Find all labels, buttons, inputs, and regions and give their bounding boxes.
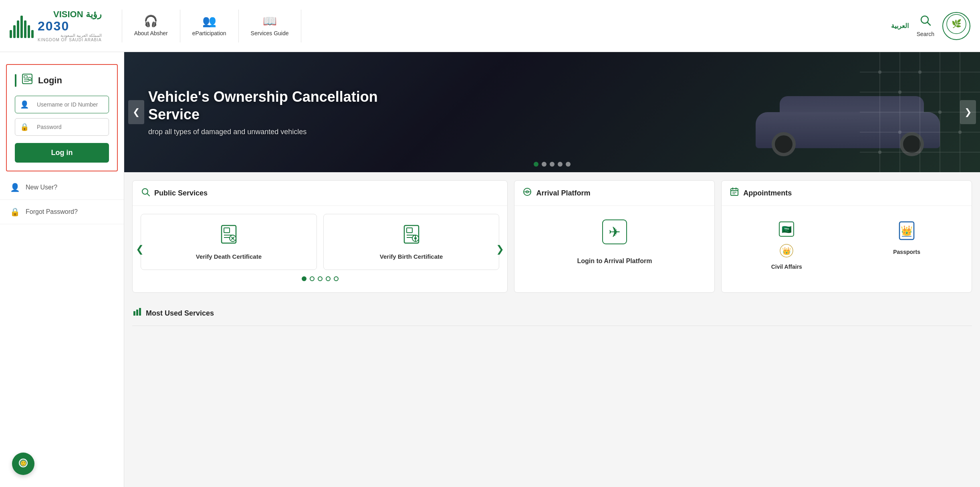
svg-text:🌿: 🌿	[952, 19, 962, 28]
public-services-title: Public Services	[154, 189, 208, 197]
public-services-header: Public Services	[133, 181, 507, 206]
appointments-body: 🇸🇦 👑 Civil Affairs	[722, 206, 972, 284]
svg-point-22	[918, 70, 922, 74]
nav-eparticipation-label: eParticipation	[192, 30, 226, 36]
most-used-section: Most Used Services	[124, 301, 980, 340]
sidebar: Login 👤 🔒 Log in 👤 New User? 🔒 Forgot Pa…	[0, 52, 124, 487]
services-dots	[141, 270, 499, 284]
nav-about-label: About Absher	[134, 30, 168, 36]
hero-prev-button[interactable]: ❮	[128, 100, 144, 124]
search-button[interactable]: Search	[917, 14, 934, 37]
most-used-title: Most Used Services	[146, 309, 214, 318]
chat-bubble[interactable]: 🙂	[12, 453, 34, 475]
hero-dot-3[interactable]	[550, 162, 555, 167]
civil-affairs-label: Civil Affairs	[771, 264, 802, 270]
service-verify-death[interactable]: Verify Death Certificate	[141, 214, 317, 270]
public-services-card: Public Services ❮	[132, 180, 508, 293]
service-dot-1[interactable]	[302, 276, 307, 281]
login-icon	[21, 73, 33, 88]
appointments-title: Appointments	[743, 189, 792, 197]
main-layout: Login 👤 🔒 Log in 👤 New User? 🔒 Forgot Pa…	[0, 52, 980, 487]
new-user-link[interactable]: 👤 New User?	[0, 175, 124, 200]
service-dot-3[interactable]	[318, 276, 323, 281]
service-verify-birth[interactable]: Verify Birth Certificate	[323, 214, 500, 270]
svg-text:👑: 👑	[901, 225, 913, 236]
nav-services-guide-label: Services Guide	[251, 30, 289, 36]
login-box: Login 👤 🔒 Log in	[6, 64, 118, 171]
search-label: Search	[917, 31, 934, 37]
login-accent-bar	[15, 74, 16, 87]
password-input[interactable]	[34, 119, 109, 135]
header: رؤية VISION 2030 المملكة العربية السعودي…	[0, 0, 980, 52]
passport-icon: 👑	[896, 220, 917, 244]
public-services-body: ❮	[133, 206, 507, 292]
svg-point-21	[898, 91, 901, 94]
appointments-icon	[730, 187, 739, 199]
nav-about[interactable]: 🎧 About Absher	[122, 10, 180, 42]
svg-point-41	[414, 237, 417, 239]
plane-icon: ✈	[601, 218, 629, 251]
new-user-label: New User?	[26, 184, 57, 191]
logo-bars	[10, 14, 34, 38]
header-right: العربية Search 🌿	[891, 12, 970, 40]
hero-banner: Vehicle's Ownership Cancellation Service…	[124, 52, 980, 172]
vision-sub: المملكة العربية السعودية	[38, 33, 102, 38]
arrival-title: Arrival Platform	[536, 189, 590, 197]
svg-line-1	[927, 22, 930, 26]
birth-cert-icon	[401, 224, 422, 248]
hero-next-button[interactable]: ❯	[960, 100, 976, 124]
services-prev-button[interactable]: ❮	[134, 244, 145, 255]
emblem: 🌿	[942, 12, 970, 40]
service-dot-4[interactable]	[326, 276, 331, 281]
svg-text:👑: 👑	[782, 247, 791, 256]
public-services-icon	[141, 187, 150, 199]
username-input[interactable]	[34, 97, 109, 113]
svg-point-25	[898, 131, 901, 134]
svg-text:✈: ✈	[609, 224, 621, 240]
svg-rect-63	[139, 308, 141, 316]
username-input-group[interactable]: 👤	[15, 96, 109, 113]
hero-dot-1[interactable]	[534, 162, 538, 167]
death-cert-label: Verify Death Certificate	[196, 253, 262, 260]
hero-dot-5[interactable]	[566, 162, 571, 167]
header-nav: 🎧 About Absher 👥 eParticipation 📖 Servic…	[114, 10, 891, 42]
forgot-password-icon: 🔒	[10, 207, 20, 217]
new-user-icon: 👤	[10, 183, 20, 192]
svg-text:🇸🇦: 🇸🇦	[782, 225, 792, 234]
nav-eparticipation[interactable]: 👥 eParticipation	[180, 10, 239, 42]
arabic-link[interactable]: العربية	[891, 22, 909, 30]
login-header: Login	[15, 73, 109, 88]
forgot-password-label: Forgot Password?	[26, 208, 78, 215]
arrival-login-label[interactable]: Login to Arrival Platform	[577, 258, 652, 265]
hero-dot-2[interactable]	[542, 162, 546, 167]
arrival-platform-card: Arrival Platform ✈ Login to Arrival Plat…	[514, 180, 715, 293]
book-icon: 📖	[263, 16, 277, 27]
arrival-body: ✈ Login to Arrival Platform	[514, 206, 714, 277]
forgot-password-link[interactable]: 🔒 Forgot Password?	[0, 200, 124, 224]
arrival-icon	[522, 187, 532, 199]
most-used-header: Most Used Services	[132, 301, 972, 326]
user-icon: 👤	[15, 96, 34, 113]
birth-cert-label: Verify Birth Certificate	[380, 253, 443, 260]
hero-title: Vehicle's Ownership Cancellation Service	[148, 88, 429, 123]
passports-label: Passports	[893, 249, 920, 255]
password-input-group[interactable]: 🔒	[15, 118, 109, 136]
headset-icon: 🎧	[144, 16, 158, 27]
logo: رؤية VISION 2030 المملكة العربية السعودي…	[10, 10, 102, 42]
passports-item[interactable]: 👑 Passports	[850, 214, 964, 276]
lock-icon: 🔒	[15, 119, 34, 135]
login-button[interactable]: Log in	[15, 143, 109, 163]
login-title: Login	[38, 75, 62, 86]
nav-services-guide[interactable]: 📖 Services Guide	[239, 10, 301, 42]
service-dot-5[interactable]	[334, 276, 339, 281]
hero-dot-4[interactable]	[558, 162, 563, 167]
svg-point-24	[958, 131, 962, 134]
service-dot-2[interactable]	[310, 276, 315, 281]
svg-text:🙂: 🙂	[20, 460, 26, 466]
vision-kingdom: KINGDOM OF SAUDI ARABIA	[38, 38, 102, 42]
services-next-button[interactable]: ❯	[494, 244, 506, 255]
content-area: Vehicle's Ownership Cancellation Service…	[124, 52, 980, 487]
civil-affairs-item[interactable]: 🇸🇦 👑 Civil Affairs	[730, 214, 843, 276]
emblem-icon: 🌿	[946, 14, 967, 38]
civil-affairs-icon: 🇸🇦 👑	[778, 220, 795, 259]
